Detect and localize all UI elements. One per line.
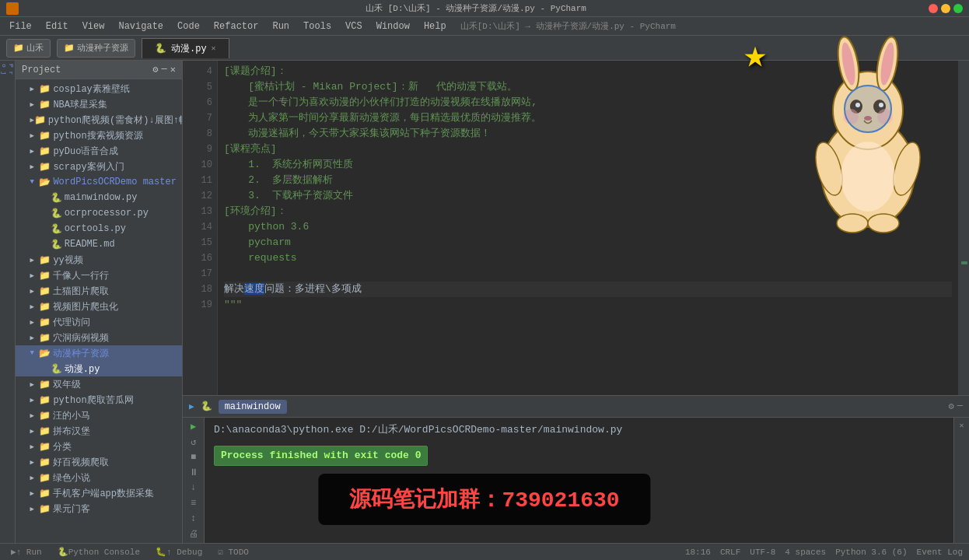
project-gear-icon[interactable]: ⚙: [152, 64, 158, 75]
status-event-log[interactable]: Event Log: [917, 548, 963, 557]
tree-item[interactable]: ▶📁python爬视频(需食材)↓展图↑帧: [16, 112, 182, 128]
tree-item[interactable]: ▶📁python爬取苦瓜网: [16, 392, 182, 408]
nav-project-icon[interactable]: P r o j: [1, 64, 15, 78]
menu-tools[interactable]: Tools: [297, 19, 338, 33]
tree-item[interactable]: ▶📁绿色小说: [16, 470, 182, 485]
run-header: ▶ 🐍 mainwindow ⚙ —: [183, 396, 969, 418]
code-line[interactable]: python 3.6: [224, 219, 952, 235]
tree-item[interactable]: ▶📁NBA球星采集: [16, 96, 182, 112]
tree-item[interactable]: ▶📁手机客户端app数据采集: [16, 485, 182, 501]
code-line[interactable]: pycharm: [224, 235, 952, 250]
tree-item[interactable]: ▶📁汪的小马: [16, 408, 182, 423]
code-editor[interactable]: 45678910111213141516171819 [课题介绍]： [蜜桔计划…: [183, 61, 969, 395]
run-scroll-icon[interactable]: ↕: [186, 513, 201, 525]
code-line[interactable]: 为人家第一时间分享最新动漫资源，每日精选最优质的动漫推荐。: [224, 110, 952, 126]
tree-item[interactable]: ▼📂动漫种子资源: [16, 345, 182, 361]
project-collapse-icon[interactable]: —: [162, 64, 167, 75]
tree-item[interactable]: 🐍mainwindow.py: [16, 190, 182, 205]
code-line[interactable]: 解决速度问题：多进程\多项成: [224, 282, 952, 297]
menu-run[interactable]: Run: [266, 19, 296, 33]
tree-item[interactable]: ▶📁yy视频: [16, 252, 182, 268]
menu-code[interactable]: Code: [171, 19, 206, 33]
run-stop-icon[interactable]: ■: [186, 451, 201, 464]
tree-item[interactable]: 🐍ocrprocessor.py: [16, 205, 182, 221]
menu-vcs[interactable]: VCS: [339, 19, 369, 33]
run-tab-mainwindow[interactable]: mainwindow: [219, 400, 287, 414]
run-right-icon1[interactable]: ✕: [959, 421, 964, 430]
editor-scrollbar[interactable]: [958, 61, 969, 395]
code-line[interactable]: [课题介绍]：: [224, 64, 952, 79]
code-content[interactable]: [课题介绍]： [蜜桔计划 - Mikan Project]：新 代的动漫下载站…: [218, 61, 958, 395]
tree-item[interactable]: ▶📁视频图片爬虫化: [16, 299, 182, 314]
menu-refactor[interactable]: Refactor: [208, 19, 265, 33]
editor-tab-active[interactable]: 🐍 动漫.py ✕: [142, 38, 229, 58]
tree-item[interactable]: ▶📁python搜索视频资源: [16, 128, 182, 143]
status-run-tab[interactable]: ▶ ↑ Run: [6, 544, 47, 561]
project-close-icon[interactable]: ✕: [170, 64, 176, 75]
code-line[interactable]: 动漫迷福利，今天带大家采集该网站下种子资源数据！: [224, 126, 952, 142]
close-tab-icon[interactable]: ✕: [212, 44, 216, 53]
tree-item[interactable]: ▶📁pyDuo语音合成: [16, 143, 182, 159]
tree-item[interactable]: ▶📁穴洞病例视频: [16, 330, 182, 345]
tree-item[interactable]: ▶📁cosplay素雅壁纸: [16, 81, 182, 96]
code-line[interactable]: [课程亮点]: [224, 142, 952, 157]
code-line[interactable]: [环境介绍]：: [224, 204, 952, 219]
menu-help[interactable]: Help: [418, 19, 453, 33]
menu-view[interactable]: View: [76, 19, 111, 33]
status-line-separator[interactable]: CRLF: [720, 548, 740, 557]
code-line[interactable]: [蜜桔计划 - Mikan Project]：新 代的动漫下载站。: [224, 79, 952, 95]
run-play-icon[interactable]: ▶: [186, 421, 201, 433]
close-button[interactable]: [929, 4, 938, 13]
toolbar-file[interactable]: 📁 动漫种子资源: [57, 39, 135, 58]
run-collapse-icon[interactable]: —: [957, 401, 963, 412]
line-number: 14: [183, 219, 212, 235]
run-settings-icon[interactable]: ⚙: [949, 401, 954, 412]
status-python-version[interactable]: Python 3.6 (6): [835, 548, 907, 557]
menu-window[interactable]: Window: [370, 19, 416, 33]
tree-item[interactable]: ▶📁分类: [16, 439, 182, 454]
status-position[interactable]: 18:16: [685, 548, 711, 557]
tree-item[interactable]: ▶📁好百视频爬取: [16, 454, 182, 470]
tree-item[interactable]: ▶📁代理访问: [16, 314, 182, 330]
status-debug-tab[interactable]: 🐛 ↑ Debug: [151, 544, 207, 561]
code-line[interactable]: 3. 下载种子资源文件: [224, 188, 952, 204]
tree-item[interactable]: ▶📁果元门客: [16, 501, 182, 516]
code-line[interactable]: 1. 系统分析网页性质: [224, 157, 952, 173]
project-panel: Project ⚙ — ✕ ▶📁cosplay素雅壁纸 ▶📁NBA球星采集 ▶📁…: [16, 61, 183, 543]
run-pause-icon[interactable]: ⏸: [186, 467, 201, 479]
tree-item[interactable]: 🐍动漫.py: [16, 361, 182, 376]
overlay-text: 源码笔记加群：739021630: [349, 488, 619, 513]
tree-item[interactable]: 🐍ocrtools.py: [16, 221, 182, 236]
overlay-banner: 源码笔记加群：739021630: [318, 474, 650, 525]
menu-file[interactable]: File: [3, 19, 38, 33]
tree-item[interactable]: ▶📁土猫图片爬取: [16, 283, 182, 299]
line-number: 16: [183, 250, 212, 266]
code-line[interactable]: 2. 多层数据解析: [224, 173, 952, 188]
run-print-icon[interactable]: 🖨: [186, 527, 201, 540]
tree-item[interactable]: ▶📁双年级: [16, 376, 182, 392]
line-number: 11: [183, 173, 212, 188]
run-rerun-icon[interactable]: ↺: [186, 436, 201, 449]
toolbar-project[interactable]: 📁 山禾: [6, 39, 51, 58]
run-filter-icon[interactable]: ≡: [186, 497, 201, 509]
menu-navigate[interactable]: Navigate: [112, 19, 170, 33]
run-step-icon[interactable]: ↓: [186, 482, 201, 495]
status-python-console-tab[interactable]: 🐍 Python Console: [53, 544, 145, 561]
tree-item[interactable]: ▶📁拼布汉堡: [16, 423, 182, 439]
status-encoding[interactable]: UTF-8: [750, 548, 775, 557]
code-line[interactable]: """: [224, 297, 952, 313]
menu-edit[interactable]: Edit: [40, 19, 75, 33]
minimize-button[interactable]: [941, 4, 950, 13]
code-line[interactable]: 是一个专门为喜欢动漫的小伙伴们打造的动漫视频在线播放网站,: [224, 95, 952, 110]
maximize-button[interactable]: [953, 4, 963, 13]
tree-item[interactable]: ▶📁千像人一行行: [16, 268, 182, 283]
status-todo-tab[interactable]: ☑ TODO: [213, 544, 254, 561]
code-line[interactable]: [224, 266, 952, 282]
bottom-right: 18:16 CRLF UTF-8 4 spaces Python 3.6 (6)…: [685, 548, 963, 557]
tree-item[interactable]: ▶📁scrapy案例入门: [16, 159, 182, 174]
tree-item[interactable]: 🐍README.md: [16, 236, 182, 252]
status-indent[interactable]: 4 spaces: [785, 548, 826, 557]
tree-item[interactable]: ▼📂WordPicsOCRDemo master: [16, 174, 182, 190]
code-line[interactable]: requests: [224, 250, 952, 266]
line-number: 17: [183, 266, 212, 282]
